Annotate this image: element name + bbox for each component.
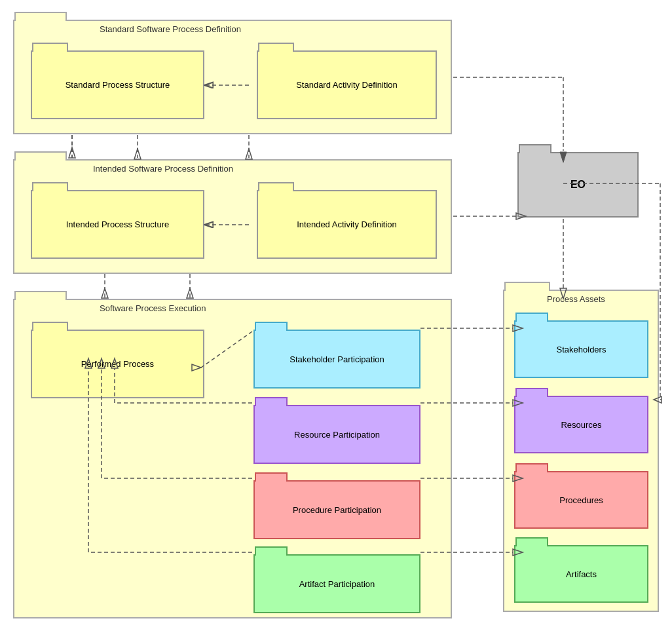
arrow-head-v5 <box>187 288 193 298</box>
standard-software-box: Standard Software Process Definition Sta… <box>13 20 452 134</box>
standard-software-label: Standard Software Process Definition <box>100 24 241 34</box>
procedure-participation-box: Procedure Participation <box>253 480 420 539</box>
artifacts-label: Artifacts <box>566 569 597 579</box>
software-execution-box: Software Process Execution Performed Pro… <box>13 299 452 618</box>
intended-activity-definition-label: Intended Activity Definition <box>297 219 396 229</box>
standard-activity-definition-box: Standard Activity Definition <box>257 50 437 119</box>
intended-process-structure-label: Intended Process Structure <box>66 219 170 229</box>
arrow-head-v3 <box>246 149 252 159</box>
stakeholders-box: Stakeholders <box>514 320 648 378</box>
stakeholder-participation-label: Stakeholder Participation <box>289 354 384 364</box>
eo-label: EO <box>570 179 586 191</box>
resource-participation-label: Resource Participation <box>294 430 380 440</box>
procedures-box: Procedures <box>514 471 648 529</box>
resource-participation-box: Resource Participation <box>253 405 420 464</box>
process-assets-label: Process Assets <box>547 294 605 304</box>
performed-process-label: Performed Process <box>81 359 154 369</box>
stakeholders-label: Stakeholders <box>557 345 607 354</box>
software-execution-label: Software Process Execution <box>100 303 206 313</box>
intended-activity-definition-box: Intended Activity Definition <box>257 190 437 259</box>
standard-process-structure-box: Standard Process Structure <box>31 50 204 119</box>
arrow-head-v1 <box>69 147 75 158</box>
process-assets-box: Process Assets Stakeholders Resources Pr… <box>503 290 659 612</box>
artifact-participation-label: Artifact Participation <box>299 579 375 589</box>
intended-process-structure-box: Intended Process Structure <box>31 190 204 259</box>
procedure-participation-label: Procedure Participation <box>293 505 381 515</box>
standard-activity-definition-label: Standard Activity Definition <box>296 80 398 90</box>
resources-box: Resources <box>514 396 648 453</box>
stakeholder-participation-box: Stakeholder Participation <box>253 330 420 389</box>
performed-process-box: Performed Process <box>31 330 204 398</box>
standard-process-structure-label: Standard Process Structure <box>65 80 170 90</box>
diagram-container: Standard Software Process Definition Sta… <box>7 7 665 620</box>
artifact-participation-box: Artifact Participation <box>253 554 420 613</box>
artifacts-box: Artifacts <box>514 545 648 603</box>
intended-software-label: Intended Software Process Definition <box>93 164 233 174</box>
intended-software-box: Intended Software Process Definition Int… <box>13 159 452 274</box>
procedures-label: Procedures <box>559 495 603 505</box>
arrow-head-v4 <box>102 288 108 298</box>
eo-box: EO <box>517 152 639 218</box>
arrow-head-v2 <box>134 149 141 159</box>
resources-label: Resources <box>561 420 601 430</box>
